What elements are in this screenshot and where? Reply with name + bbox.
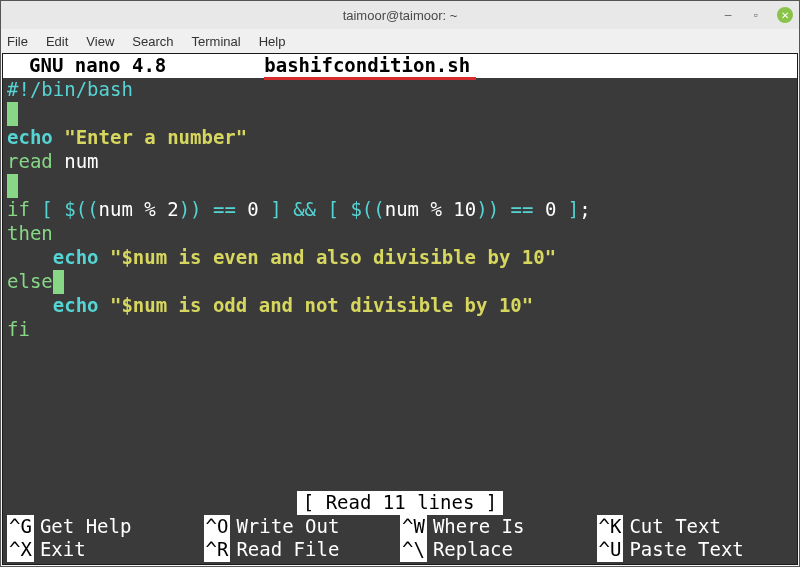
nano-app-name: GNU nano 4.8 (29, 54, 166, 78)
shortcut-get-help: ^GGet Help (7, 515, 204, 539)
close-button[interactable]: ✕ (777, 7, 793, 23)
shebang-line: #!/bin/bash (7, 78, 133, 100)
menu-edit[interactable]: Edit (46, 34, 68, 49)
shortcut-cut-text: ^KCut Text (597, 515, 794, 539)
minimize-button[interactable]: – (721, 8, 735, 22)
shortcut-paste-text: ^UPaste Text (597, 538, 794, 562)
menu-help[interactable]: Help (259, 34, 286, 49)
menu-file[interactable]: File (7, 34, 28, 49)
shortcut-where-is: ^WWhere Is (400, 515, 597, 539)
menu-bar: File Edit View Search Terminal Help (1, 29, 799, 53)
shortcut-exit: ^XExit (7, 538, 204, 562)
nano-filename: bashifcondition.sh (264, 54, 470, 78)
shortcut-bar: ^GGet Help ^OWrite Out ^WWhere Is ^KCut … (3, 515, 797, 565)
filename-underline (264, 77, 476, 80)
cursor-spot (53, 270, 64, 294)
shortcut-write-out: ^OWrite Out (204, 515, 401, 539)
nano-header: GNU nano 4.8 bashifcondition.sh (3, 54, 797, 78)
editor-content: #!/bin/bash echo "Enter a number" read n… (3, 78, 797, 342)
cursor-spot (7, 174, 18, 198)
shortcut-replace: ^\Replace (400, 538, 597, 562)
terminal-area[interactable]: GNU nano 4.8 bashifcondition.sh #!/bin/b… (2, 53, 798, 565)
window-title: taimoor@taimoor: ~ (343, 8, 458, 23)
cursor-spot (7, 102, 18, 126)
maximize-button[interactable]: ▫ (749, 8, 763, 22)
nano-status: [ Read 11 lines ] (297, 491, 503, 515)
menu-search[interactable]: Search (132, 34, 173, 49)
window-titlebar: taimoor@taimoor: ~ – ▫ ✕ (1, 1, 799, 29)
menu-terminal[interactable]: Terminal (192, 34, 241, 49)
nano-footer: [ Read 11 lines ] ^GGet Help ^OWrite Out… (3, 491, 797, 564)
window-controls: – ▫ ✕ (721, 1, 793, 29)
shortcut-read-file: ^RRead File (204, 538, 401, 562)
menu-view[interactable]: View (86, 34, 114, 49)
